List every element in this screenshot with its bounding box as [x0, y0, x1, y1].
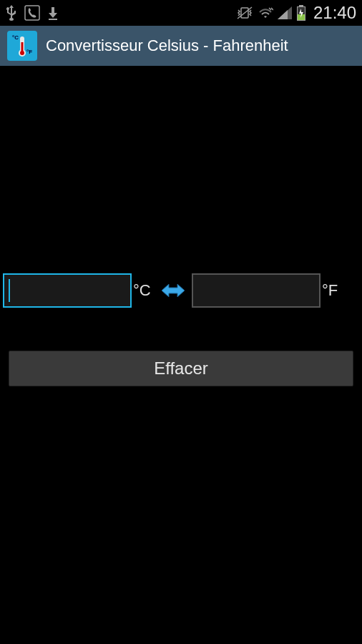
clear-button-label: Effacer — [154, 358, 208, 379]
svg-line-3 — [238, 7, 252, 19]
app-bar: °C °F Convertisseur Celsius - Fahrenheit — [0, 26, 362, 66]
wifi-icon — [258, 6, 273, 19]
status-bar: 21:40 — [0, 0, 362, 26]
svg-rect-13 — [21, 42, 24, 54]
celsius-input[interactable] — [3, 273, 132, 308]
clock: 21:40 — [313, 3, 356, 23]
app-title: Convertisseur Celsius - Fahrenheit — [46, 36, 288, 55]
status-left — [6, 5, 59, 21]
text-cursor — [9, 279, 10, 302]
clear-button[interactable]: Effacer — [9, 351, 353, 386]
signal-icon — [278, 6, 292, 19]
swap-icon[interactable] — [157, 280, 189, 301]
status-right: 21:40 — [236, 3, 356, 23]
celsius-unit-label: °C — [133, 281, 155, 300]
converter-row: °C °F — [3, 273, 359, 308]
fahrenheit-group: °F — [192, 273, 343, 308]
fahrenheit-unit-label: °F — [322, 281, 343, 300]
phone-icon — [24, 5, 40, 21]
svg-text:°C: °C — [12, 34, 19, 41]
content-area: °C °F Effacer — [0, 273, 362, 386]
svg-text:°F: °F — [26, 49, 32, 55]
vibrate-icon — [236, 6, 253, 20]
download-icon — [47, 6, 59, 20]
usb-icon — [6, 5, 17, 21]
svg-rect-4 — [299, 5, 303, 6]
celsius-group: °C — [3, 273, 155, 308]
svg-rect-1 — [49, 19, 57, 20]
app-icon: °C °F — [7, 31, 37, 61]
fahrenheit-input[interactable] — [192, 273, 321, 308]
battery-icon — [296, 5, 306, 21]
svg-rect-0 — [25, 6, 39, 20]
